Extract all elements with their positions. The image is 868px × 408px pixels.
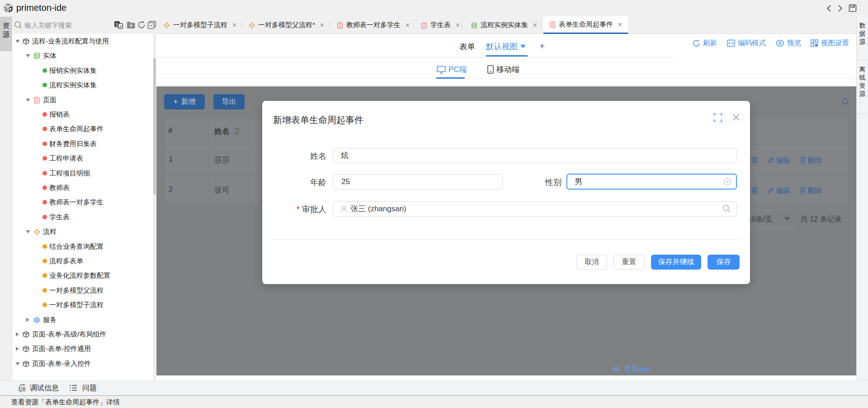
svg-text:A: A: [119, 24, 122, 28]
